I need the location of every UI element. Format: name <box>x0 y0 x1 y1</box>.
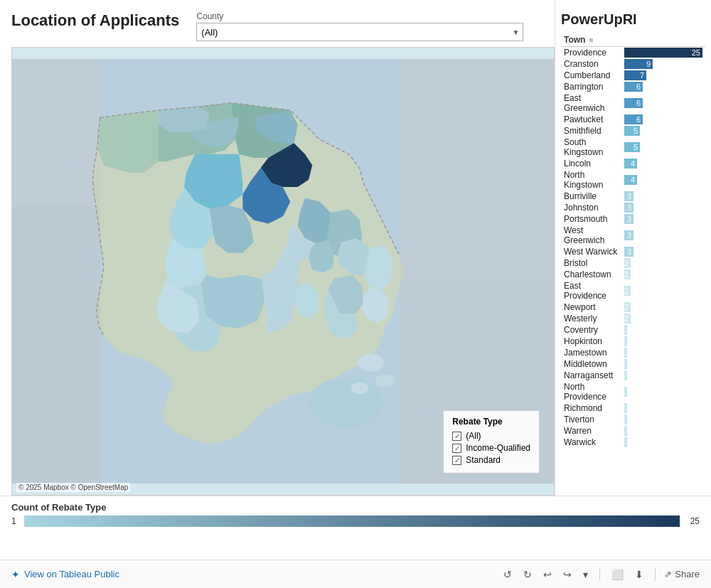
town-cell: West Warwick <box>561 246 621 257</box>
bottom-section: Count of Rebate Type 1 25 <box>0 496 711 560</box>
town-cell: Narragansett <box>561 370 621 381</box>
bar: 1 <box>624 387 627 397</box>
bar: 1 <box>624 403 627 413</box>
town-cell: Hopkinton <box>561 336 621 347</box>
town-cell: Barrington <box>561 81 621 92</box>
present-button[interactable]: ⬜ <box>609 567 626 582</box>
town-cell: North Kingstown <box>561 169 621 191</box>
table-row: Johnston3 <box>561 202 705 213</box>
tableau-link[interactable]: ✦ View on Tableau Public <box>11 569 119 580</box>
forward-button[interactable]: ↪ <box>560 567 574 582</box>
table-row: Lincoln4 <box>561 158 705 169</box>
count-num: 6 <box>633 114 643 124</box>
table-row: Newport2 <box>561 301 705 313</box>
count-bar-cell: 3 <box>621 202 705 213</box>
range-max: 25 <box>685 516 700 526</box>
map-header: Location of Applicants County (All) ▼ <box>11 11 555 41</box>
legend-checkbox-standard[interactable]: ✓ <box>452 456 461 465</box>
count-num: 5 <box>630 142 640 152</box>
download-button[interactable]: ⬇ <box>632 567 646 582</box>
count-num: 1 <box>617 359 627 369</box>
legend-checkbox-all[interactable]: ✓ <box>452 432 461 441</box>
count-num: 6 <box>633 98 643 108</box>
count-bar-cell: 1 <box>621 381 705 402</box>
count-num: 3 <box>624 203 634 213</box>
town-cell: Burriville <box>561 191 621 202</box>
count-num: 2 <box>621 314 631 324</box>
table-row: Portsmouth3 <box>561 213 705 225</box>
forward-dropdown[interactable]: ▾ <box>580 567 591 582</box>
count-num: 1 <box>617 348 627 358</box>
county-select[interactable]: (All) <box>196 23 523 41</box>
town-cell: Portsmouth <box>561 213 621 225</box>
svg-point-29 <box>375 375 396 388</box>
count-bar-cell: 1 <box>621 347 705 358</box>
count-bar-cell: 5 <box>621 125 705 137</box>
count-num: 3 <box>624 191 634 201</box>
table-row: Westerly2 <box>561 313 705 324</box>
bar: 3 <box>624 230 634 240</box>
count-bar-cell: 6 <box>621 114 705 125</box>
town-cell: Jamestown <box>561 347 621 358</box>
count-bar-cell: 6 <box>621 92 705 114</box>
table-row: Pawtucket6 <box>561 114 705 125</box>
town-cell: Smithfield <box>561 125 621 137</box>
town-cell: Westerly <box>561 313 621 324</box>
svg-point-28 <box>358 354 384 372</box>
th-count <box>621 33 705 47</box>
bar: 3 <box>624 191 634 201</box>
table-row: Charlestown2 <box>561 269 705 280</box>
bar: 1 <box>624 437 627 447</box>
county-filter: County (All) ▼ <box>196 11 523 41</box>
town-cell: Newport <box>561 301 621 313</box>
table-row: East Providence2 <box>561 280 705 301</box>
count-num: 1 <box>617 415 627 424</box>
back-button[interactable]: ↩ <box>540 567 555 582</box>
town-cell: South Kingstown <box>561 137 621 158</box>
table-row: Middletown1 <box>561 358 705 370</box>
bar: 1 <box>624 415 627 424</box>
table-row: Cranston9 <box>561 58 705 70</box>
undo-button[interactable]: ↺ <box>501 567 515 582</box>
legend-item-standard: ✓ Standard <box>452 455 530 465</box>
svg-marker-24 <box>159 107 210 132</box>
bar: 3 <box>624 203 634 213</box>
map-title: Location of Applicants <box>11 11 179 30</box>
town-cell: West Greenwich <box>561 225 621 246</box>
table-row: North Kingstown4 <box>561 169 705 191</box>
table-row: West Greenwich3 <box>561 225 705 246</box>
count-bar-cell: 1 <box>621 425 705 437</box>
bar: 1 <box>624 426 627 436</box>
count-num: 3 <box>624 247 634 257</box>
table-row: Narragansett1 <box>561 370 705 381</box>
map-copyright: © 2025 Mapbox © OpenStreetMap <box>16 483 130 492</box>
count-num: 1 <box>617 336 627 346</box>
share-label: Share <box>675 569 700 579</box>
town-cell: Richmond <box>561 402 621 414</box>
legend: Rebate Type ✓ (All) ✓ Income-Qualified ✓… <box>443 410 540 474</box>
table-row: West Warwick3 <box>561 246 705 257</box>
legend-label-standard: Standard <box>466 455 501 465</box>
town-cell: Cumberland <box>561 70 621 81</box>
redo-button[interactable]: ↻ <box>520 567 535 582</box>
bar: 6 <box>624 98 643 108</box>
view-tableau-label: View on Tableau Public <box>24 569 119 579</box>
count-num: 7 <box>636 70 646 80</box>
legend-item-income: ✓ Income-Qualified <box>452 443 530 453</box>
bar: 1 <box>624 370 627 380</box>
count-bar-cell: 2 <box>621 313 705 324</box>
sort-icon[interactable]: ≡ <box>589 36 594 44</box>
svg-rect-32 <box>12 205 100 483</box>
table-row: Coventry1 <box>561 324 705 336</box>
table-row: Providence25 <box>561 47 705 59</box>
bar: 6 <box>624 82 643 92</box>
table-row: North Providence1 <box>561 381 705 402</box>
count-num: 5 <box>630 126 640 136</box>
table-row: Cumberland7 <box>561 70 705 81</box>
town-cell: East Greenwich <box>561 92 621 114</box>
count-bar-cell: 4 <box>621 169 705 191</box>
town-cell: Providence <box>561 47 621 59</box>
share-button[interactable]: ⇗ Share <box>664 569 700 579</box>
bar: 3 <box>624 247 634 257</box>
legend-checkbox-income[interactable]: ✓ <box>452 444 461 453</box>
